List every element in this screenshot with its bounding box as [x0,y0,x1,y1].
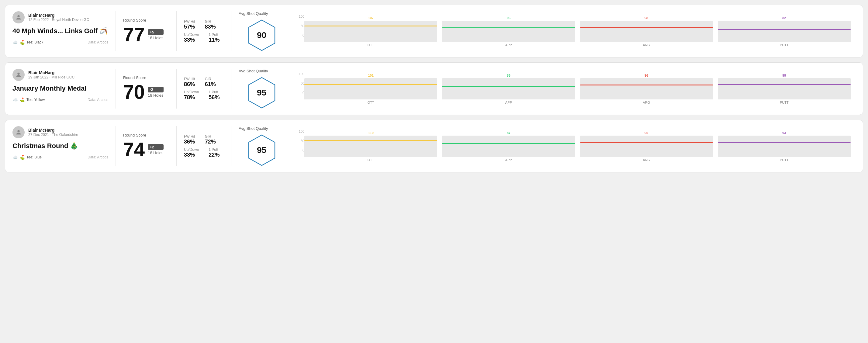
tee-info: ☁️ ⛳ Tee: Black [12,40,43,45]
updown-value: 33% [184,152,199,158]
stats-section: FW Hit 36% GIR 72% Up/Down 33% 1 Putt 22… [177,126,231,166]
score-label: Round Score [123,75,169,80]
tee-label: Tee: Yellow [26,98,45,102]
score-main: 77 +5 18 Holes [123,25,169,44]
bar-wrapper [304,78,437,99]
round-card-3: Blair McHarg 27 Dec 2021 · The Oxfordshi… [5,120,863,173]
bar-value-app: 95 [507,16,510,20]
score-label: Round Score [123,133,169,137]
score-holes: 18 Holes [148,93,163,98]
user-name: Blair McHarg [28,70,74,75]
round-card-2: Blair McHarg 29 Jan 2022 · Mill Ride GCC… [5,62,863,115]
user-meta: 12 Feb 2022 · Royal North Devon GC [28,18,89,22]
fw-hit-stat: FW Hit 86% [184,77,195,88]
bar-background [304,141,437,157]
bar-wrapper [442,78,575,99]
bar-value-arg: 95 [645,131,648,135]
chart-bar-arg: 96 ARG [580,73,713,104]
oneputt-value: 56% [209,94,219,101]
quality-label: Avg Shot Quality [239,126,268,131]
avatar [12,69,25,81]
score-holes: 18 Holes [148,36,163,40]
bar-wrapper [442,21,575,42]
chart-bar-putt: 82 PUTT [718,16,851,47]
quality-score: 90 [257,30,266,40]
bar-value-app: 87 [507,131,510,135]
round-info-section: Blair McHarg 27 Dec 2021 · The Oxfordshi… [12,126,116,166]
oneputt-value: 22% [209,152,219,158]
chart-wrapper: 100 50 0 107 OTT 95 [297,14,851,48]
oneputt-value: 11% [209,37,219,43]
updown-value: 33% [184,37,199,43]
user-meta: 27 Dec 2021 · The Oxfordshire [28,132,78,137]
chart-bar-putt: 99 PUTT [718,73,851,104]
bar-marker [580,27,713,28]
bar-marker [442,27,575,28]
weather-icon: ☁️ [12,97,18,102]
weather-icon: ☁️ [12,40,18,45]
svg-point-0 [17,15,20,17]
bar-background [718,85,851,99]
updown-label: Up/Down [184,33,199,37]
user-row: Blair McHarg 29 Jan 2022 · Mill Ride GCC [12,69,108,81]
gir-label: GIR [205,134,216,139]
golf-icon: ⛳ [20,155,25,160]
score-number: 77 [123,25,145,44]
oneputt-label: 1 Putt [209,90,219,94]
gir-stat: GIR 72% [205,134,216,145]
chart-bar-app: 95 APP [442,16,575,47]
bar-label: APP [505,43,512,47]
bar-background [718,30,851,42]
bar-background [580,86,713,99]
score-label: Round Score [123,18,169,23]
quality-section: Avg Shot Quality 95 [231,69,292,108]
chart-bar-arg: 98 ARG [580,16,713,47]
bar-wrapper [580,136,713,157]
fw-hit-label: FW Hit [184,77,195,81]
bar-marker [718,142,851,143]
oneputt-label: 1 Putt [209,33,219,37]
quality-label: Avg Shot Quality [239,11,268,16]
bar-marker [580,142,713,143]
bar-background [304,27,437,42]
bar-value-ott: 107 [368,16,373,20]
oneputt-label: 1 Putt [209,148,219,152]
bar-marker [304,84,437,85]
quality-section: Avg Shot Quality 95 [231,126,292,166]
chart-bar-arg: 95 ARG [580,131,713,162]
bar-wrapper [718,21,851,42]
chart-wrapper: 100 50 0 101 OTT 86 [297,72,851,105]
bars-container: 107 OTT 95 APP 98 [304,14,851,48]
oneputt-stat: 1 Putt 22% [209,148,219,158]
y-axis-0: 0 [297,148,304,152]
round-card-1: Blair McHarg 12 Feb 2022 · Royal North D… [5,5,863,58]
bar-value-putt: 93 [782,131,786,135]
bar-marker [304,140,437,141]
chart-section: 100 50 0 101 OTT 86 [292,69,856,108]
quality-label: Avg Shot Quality [239,69,268,73]
y-axis-50: 50 [297,82,304,85]
bar-background [442,144,575,157]
user-info: Blair McHarg 27 Dec 2021 · The Oxfordshi… [28,128,78,137]
bar-marker [718,29,851,30]
chart-y-axis: 100 50 0 [297,129,304,157]
stats-section: FW Hit 57% GIR 83% Up/Down 33% 1 Putt 11… [177,11,231,51]
score-badge: +2 [148,144,163,150]
user-info: Blair McHarg 12 Feb 2022 · Royal North D… [28,13,89,22]
round-title: 40 Mph Winds... Links Golf 🪃 [12,27,108,35]
data-source: Data: Arccos [88,155,108,159]
footer-row: ☁️ ⛳ Tee: Yellow Data: Arccos [12,97,108,102]
oneputt-stat: 1 Putt 11% [209,33,219,43]
bar-label: APP [505,101,512,104]
quality-section: Avg Shot Quality 90 [231,11,292,51]
bar-label: ARG [643,101,650,104]
gir-value: 72% [205,139,216,145]
bar-marker [442,143,575,144]
stats-row-top: FW Hit 86% GIR 61% [184,77,224,88]
bar-marker [304,26,437,27]
gir-stat: GIR 83% [205,20,216,30]
bar-marker [718,84,851,85]
bar-label: PUTT [780,158,789,162]
score-section: Round Score 77 +5 18 Holes [116,11,177,51]
bars-container: 110 OTT 87 APP 95 [304,129,851,163]
